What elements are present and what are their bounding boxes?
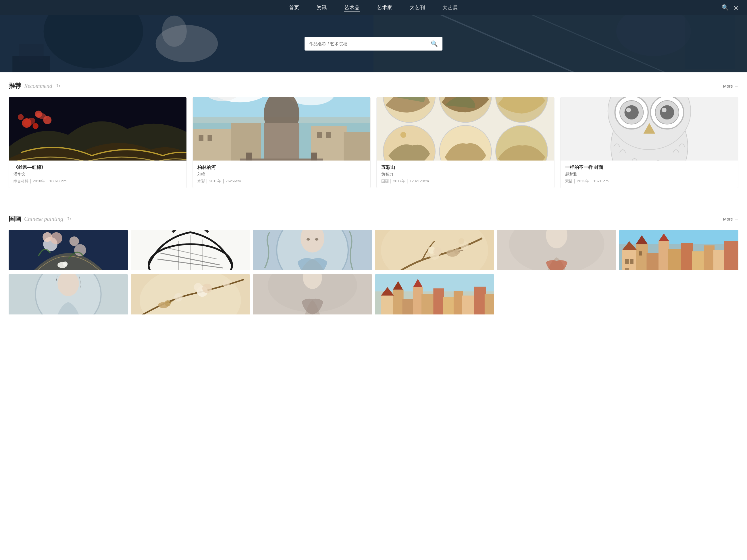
card-body-1: 《雄风—红棉》 潘华文 综合材料 │ 2018年 │ 160x80cm [9,161,186,188]
svg-point-126 [174,293,182,301]
guohua-header: 国画 Chinese painting ↻ More → [9,215,738,223]
nav-list: 首页 资讯 艺术品 艺术家 大艺刊 大艺展 [289,4,458,11]
svg-rect-38 [246,153,252,161]
svg-rect-109 [713,250,725,270]
svg-point-68 [74,244,86,256]
nav-item-magazine[interactable]: 大艺刊 [410,4,425,11]
svg-point-61 [626,108,631,112]
svg-point-71 [63,261,68,266]
svg-point-60 [660,105,674,119]
guohua-item-9[interactable] [253,274,372,316]
card-body-3: 五彩山 负智力 国画 │ 2017年 │ 120x120cm [377,161,554,188]
hero-search-bar: 🔍 [305,37,442,51]
svg-rect-138 [413,287,422,315]
svg-rect-104 [659,241,669,270]
guohua-item-6[interactable] [619,230,738,271]
svg-rect-140 [433,288,444,315]
card-author-1: 潘华文 [14,172,182,177]
guohua-item-8[interactable] [131,274,250,316]
guohua-item-5[interactable] [497,230,616,271]
svg-rect-136 [393,290,403,315]
svg-rect-3 [19,44,44,62]
svg-rect-101 [622,250,637,270]
recommend-title: 推荐 Recommend ↻ [9,82,60,90]
recommend-card-4[interactable]: 一样的不一样 封面 赵梦雅 素描 │ 2013年 │ 15x15cm [560,97,738,188]
nav-item-exhibition[interactable]: 大艺展 [442,4,458,11]
recommend-card-2[interactable]: 柏林的河 刘峰 水彩 │ 2015年 │ 76x56cm [192,97,370,188]
svg-point-124 [194,283,202,292]
recommend-title-zh: 推荐 [9,82,21,90]
recommend-header: 推荐 Recommend ↻ More → [9,82,738,90]
guohua-item-10[interactable] [375,274,494,316]
svg-rect-28 [193,129,234,161]
svg-rect-145 [485,294,494,315]
svg-rect-137 [402,299,414,315]
search-input[interactable] [309,42,431,46]
svg-rect-115 [630,259,633,264]
svg-point-59 [624,105,638,119]
svg-rect-141 [443,297,455,315]
search-button[interactable]: 🔍 [431,40,438,47]
recommend-section: 推荐 Recommend ↻ More → [0,72,747,194]
guohua-item-1[interactable] [9,230,128,271]
card-title-2: 柏林的河 [197,164,366,170]
nav-item-artist[interactable]: 艺术家 [377,4,392,11]
svg-rect-110 [724,241,738,270]
svg-rect-144 [474,287,486,315]
svg-rect-107 [692,251,705,270]
guohua-item-7[interactable] [9,274,128,316]
svg-point-69 [70,236,79,246]
guohua-more-link[interactable]: More → [723,216,738,221]
recommend-cards-grid: 《雄风—红棉》 潘华文 综合材料 │ 2018年 │ 160x80cm [9,97,738,188]
svg-rect-27 [264,123,300,159]
svg-rect-142 [454,291,463,315]
guohua-title-en: Chinese painting [24,216,63,222]
svg-point-47 [400,132,406,138]
refresh-icon[interactable]: ↻ [56,83,60,89]
svg-point-125 [202,284,212,293]
svg-point-67 [50,232,62,244]
svg-point-84 [307,238,310,241]
nav-item-news[interactable]: 资讯 [317,4,327,11]
guohua-section: 国画 Chinese painting ↻ More → [0,205,747,321]
guohua-refresh-icon[interactable]: ↻ [67,216,71,222]
card-author-4: 赵梦雅 [565,172,733,177]
card-body-4: 一样的不一样 封面 赵梦雅 素描 │ 2013年 │ 15x15cm [561,161,738,188]
svg-point-62 [662,108,666,112]
svg-rect-35 [326,132,331,138]
svg-rect-32 [199,135,203,141]
svg-rect-143 [462,295,475,315]
user-icon[interactable]: ◎ [733,4,738,11]
guohua-grid: 华清木松乙寿 [9,230,738,316]
svg-rect-31 [344,132,370,161]
svg-rect-114 [625,259,628,264]
card-body-2: 柏林的河 刘峰 水彩 │ 2015年 │ 76x56cm [193,161,370,188]
svg-rect-39 [311,153,317,161]
recommend-card-3[interactable]: 五彩山 负智力 国画 │ 2017年 │ 120x120cm [377,97,555,188]
svg-point-85 [315,238,318,241]
svg-rect-108 [704,245,715,270]
svg-rect-139 [421,294,435,315]
recommend-card-1[interactable]: 《雄风—红棉》 潘华文 综合材料 │ 2018年 │ 160x80cm [9,97,187,188]
guohua-item-4[interactable] [375,230,494,271]
card-title-4: 一样的不一样 封面 [565,164,733,170]
nav-item-artwork[interactable]: 艺术品 [344,4,360,11]
guohua-title: 国画 Chinese painting ↻ [9,215,71,223]
recommend-more-link[interactable]: More → [723,84,738,88]
card-meta-1: 综合材料 │ 2018年 │ 160x80cm [14,179,182,184]
svg-rect-105 [668,249,682,270]
svg-point-14 [32,123,38,129]
nav-item-home[interactable]: 首页 [289,4,300,11]
svg-rect-10 [685,15,735,69]
guohua-item-3[interactable] [253,230,372,271]
svg-point-5 [162,16,187,47]
recommend-title-en: Recommend [24,83,52,89]
card-meta-4: 素描 │ 2013年 │ 15x15cm [565,179,733,184]
svg-rect-34 [317,132,322,138]
hero-banner: 🔍 [0,15,747,72]
card-author-2: 刘峰 [197,172,366,177]
svg-point-129 [164,300,171,306]
card-meta-3: 国画 │ 2017年 │ 120x120cm [381,179,550,184]
guohua-item-2[interactable]: 华清木松乙寿 [131,230,250,271]
search-icon[interactable]: 🔍 [722,4,729,11]
